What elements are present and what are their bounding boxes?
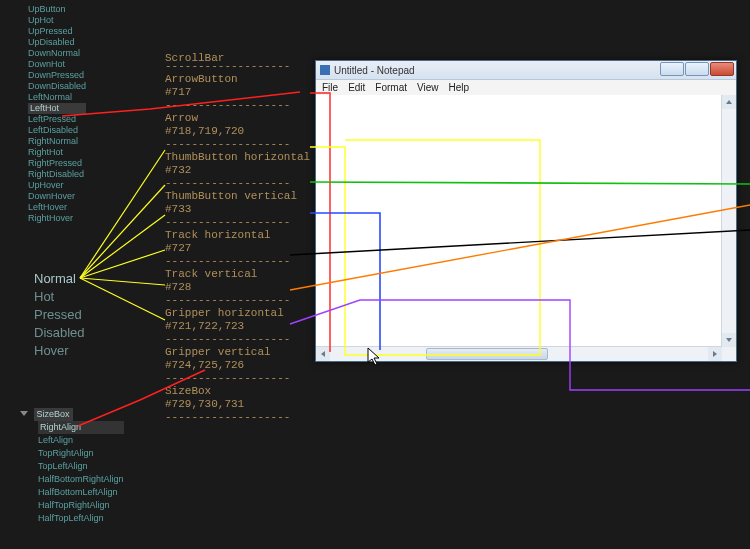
tree2-item-leftalign[interactable]: LeftAlign [38, 434, 124, 447]
section-name: Track horizontal [165, 229, 310, 242]
svg-line-4 [80, 278, 165, 285]
section-ids: #717 [165, 86, 310, 99]
section-name: ThumbButton horizontal [165, 151, 310, 164]
section-ids: #724,725,726 [165, 359, 310, 372]
caret-down-icon [20, 411, 28, 416]
tree1-item-downpressed[interactable]: DownPressed [28, 70, 86, 81]
state-disabled[interactable]: Disabled [34, 324, 85, 342]
menu-view[interactable]: View [417, 82, 439, 93]
section-name: ArrowButton [165, 73, 310, 86]
sections-title: ScrollBar [165, 52, 224, 65]
state-pressed[interactable]: Pressed [34, 306, 85, 324]
tree1-item-updisabled[interactable]: UpDisabled [28, 37, 86, 48]
state-list[interactable]: NormalHotPressedDisabledHover [34, 270, 85, 360]
tree2-item-toprightalign[interactable]: TopRightAlign [38, 447, 124, 460]
titlebar[interactable]: Untitled - Notepad [316, 61, 736, 80]
tree2-item-halftoprightalign[interactable]: HalfTopRightAlign [38, 499, 124, 512]
separator: ------------------- [165, 99, 310, 112]
tree1-item-uppressed[interactable]: UpPressed [28, 26, 86, 37]
tree1-item-rightnormal[interactable]: RightNormal [28, 136, 86, 147]
tree1-item-downhot[interactable]: DownHot [28, 59, 86, 70]
section-name: ThumbButton vertical [165, 190, 310, 203]
tree1-item-leftdisabled[interactable]: LeftDisabled [28, 125, 86, 136]
menubar[interactable]: FileEditFormatViewHelp [316, 80, 736, 96]
section-ids: #729,730,731 [165, 398, 310, 411]
window-title: Untitled - Notepad [334, 65, 415, 76]
menu-help[interactable]: Help [449, 82, 470, 93]
section-name: SizeBox [165, 385, 310, 398]
separator: ------------------- [165, 255, 310, 268]
tree1-item-rightpressed[interactable]: RightPressed [28, 158, 86, 169]
tree1-item-downnormal[interactable]: DownNormal [28, 48, 86, 59]
section-ids: #732 [165, 164, 310, 177]
svg-line-5 [80, 278, 165, 320]
vertical-scrollbar[interactable] [721, 95, 736, 347]
svg-line-0 [80, 150, 165, 278]
section-ids: #728 [165, 281, 310, 294]
horizontal-thumb[interactable] [426, 348, 548, 360]
scroll-left-arrow-button[interactable] [316, 347, 330, 361]
tree2-item-halfbottomleftalign[interactable]: HalfBottomLeftAlign [38, 486, 124, 499]
maximize-button[interactable] [685, 62, 709, 76]
tree1-item-leftnormal[interactable]: LeftNormal [28, 92, 86, 103]
tree1-item-rightdisabled[interactable]: RightDisabled [28, 169, 86, 180]
tree2-item-rightalign[interactable]: RightAlign [38, 421, 124, 434]
close-button[interactable] [710, 62, 734, 76]
section-ids: #733 [165, 203, 310, 216]
tree1-item-uphover[interactable]: UpHover [28, 180, 86, 191]
tree-sizebox[interactable]: SizeBox RightAlignLeftAlignTopRightAlign… [20, 408, 124, 525]
tree1-item-downhover[interactable]: DownHover [28, 191, 86, 202]
tree2-item-halftopleftalign[interactable]: HalfTopLeftAlign [38, 512, 124, 525]
tree-sizebox-header[interactable]: SizeBox [34, 408, 73, 421]
separator: ------------------- [165, 372, 310, 385]
tree1-item-uphot[interactable]: UpHot [28, 15, 86, 26]
minimize-button[interactable] [660, 62, 684, 76]
tree2-item-halfbottomrightalign[interactable]: HalfBottomRightAlign [38, 473, 124, 486]
svg-line-1 [80, 185, 165, 278]
tree1-item-upbutton[interactable]: UpButton [28, 4, 86, 15]
tree1-item-leftpressed[interactable]: LeftPressed [28, 114, 86, 125]
notepad-window[interactable]: Untitled - Notepad FileEditFormatViewHel… [315, 60, 737, 362]
section-ids: #721,722,723 [165, 320, 310, 333]
sections-panel: ScrollBar -------------------ArrowButton… [165, 60, 310, 424]
section-ids: #727 [165, 242, 310, 255]
separator: ------------------- [165, 411, 310, 424]
tree1-item-lefthot[interactable]: LeftHot [28, 103, 86, 114]
scroll-up-arrow-button[interactable] [722, 95, 736, 109]
menu-edit[interactable]: Edit [348, 82, 365, 93]
svg-line-3 [80, 250, 165, 278]
state-hot[interactable]: Hot [34, 288, 85, 306]
separator: ------------------- [165, 177, 310, 190]
menu-file[interactable]: File [322, 82, 338, 93]
separator: ------------------- [165, 216, 310, 229]
tree1-item-righthot[interactable]: RightHot [28, 147, 86, 158]
section-name: Track vertical [165, 268, 310, 281]
state-normal[interactable]: Normal [34, 270, 85, 288]
separator: ------------------- [165, 333, 310, 346]
notepad-icon [320, 65, 330, 75]
section-ids: #718,719,720 [165, 125, 310, 138]
svg-line-2 [80, 215, 165, 278]
tree2-item-topleftalign[interactable]: TopLeftAlign [38, 460, 124, 473]
section-name: Gripper horizontal [165, 307, 310, 320]
tree-scrollbar-parts[interactable]: UpButtonUpHotUpPressedUpDisabledDownNorm… [28, 4, 86, 224]
scroll-down-arrow-button[interactable] [722, 333, 736, 347]
horizontal-scrollbar[interactable] [316, 346, 722, 361]
size-box[interactable] [722, 347, 736, 361]
state-hover[interactable]: Hover [34, 342, 85, 360]
section-name: Arrow [165, 112, 310, 125]
separator: ------------------- [165, 294, 310, 307]
scroll-right-arrow-button[interactable] [708, 347, 722, 361]
tree1-item-downdisabled[interactable]: DownDisabled [28, 81, 86, 92]
separator: ------------------- [165, 138, 310, 151]
tree1-item-righthover[interactable]: RightHover [28, 213, 86, 224]
text-area[interactable] [316, 95, 722, 347]
section-name: Gripper vertical [165, 346, 310, 359]
menu-format[interactable]: Format [375, 82, 407, 93]
tree1-item-lefthover[interactable]: LeftHover [28, 202, 86, 213]
